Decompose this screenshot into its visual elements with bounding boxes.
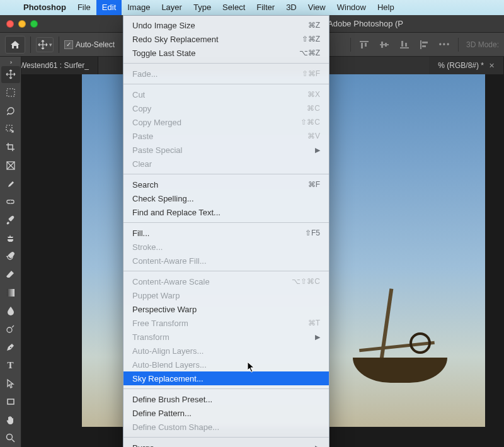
healing-brush-tool[interactable] <box>1 193 20 210</box>
align-vcenter-button[interactable] <box>376 38 392 52</box>
menu-item-check-spelling[interactable]: Check Spelling... <box>123 191 329 205</box>
window-close-button[interactable] <box>6 20 14 28</box>
brush-tool-icon <box>6 215 15 225</box>
menu-item-copy-merged: Copy Merged⇧⌘C <box>123 115 329 129</box>
menu-item-auto-blend-layers: Auto-Blend Layers... <box>123 358 329 371</box>
window-zoom-button[interactable] <box>30 20 38 28</box>
home-button[interactable] <box>5 36 25 54</box>
pen-tool[interactable] <box>1 339 20 356</box>
menu-item-find-and-replace-text[interactable]: Find and Replace Text... <box>123 205 329 219</box>
menubar-3d[interactable]: 3D <box>280 0 302 15</box>
menu-item-label: Define Pattern... <box>132 409 320 418</box>
eyedropper-tool[interactable] <box>1 175 20 192</box>
menu-separator <box>123 63 329 64</box>
align-bottom-button[interactable] <box>396 38 413 52</box>
menu-item-shortcut: ⌥⇧⌘C <box>292 277 320 286</box>
zoom-tool-icon <box>6 433 15 443</box>
clone-stamp-tool[interactable] <box>1 230 20 247</box>
menubar-view[interactable]: View <box>302 0 331 15</box>
menu-item-label: Content-Aware Fill... <box>132 256 320 266</box>
menu-item-label: Purge <box>132 443 315 448</box>
menubar-help[interactable]: Help <box>372 0 400 15</box>
gradient-tool[interactable] <box>1 284 20 301</box>
object-select-tool[interactable] <box>1 121 20 138</box>
blur-tool[interactable] <box>1 302 20 319</box>
menubar-file[interactable]: File <box>72 0 96 15</box>
menu-item-label: Undo Image Size <box>132 21 308 30</box>
menu-item-shortcut: ⇧⌘Z <box>302 35 320 43</box>
menu-item-search[interactable]: Search⌘F <box>123 178 329 191</box>
menu-item-clear: Clear <box>123 157 329 171</box>
menubar-app[interactable]: Photoshop <box>18 0 72 15</box>
document-tab-2[interactable]: % (RGB/8#) * ✕ <box>429 57 504 74</box>
ellipsis-icon: ••• <box>439 40 451 49</box>
menubar-edit[interactable]: Edit <box>96 0 122 15</box>
pen-tool-icon <box>6 342 15 352</box>
menu-item-redo-sky-replacement[interactable]: Redo Sky Replacement⇧⌘Z <box>123 32 329 46</box>
window-traffic-lights <box>0 20 38 28</box>
menu-item-label: Check Spelling... <box>132 194 320 203</box>
menu-item-label: Free Transform <box>132 319 308 328</box>
menubar-image[interactable]: Image <box>122 0 156 15</box>
rectangle-tool[interactable] <box>1 393 20 410</box>
menu-item-toggle-last-state[interactable]: Toggle Last State⌥⌘Z <box>123 46 329 60</box>
move-tool[interactable] <box>1 66 20 83</box>
menu-item-undo-image-size[interactable]: Undo Image Size⌘Z <box>123 18 329 32</box>
menu-item-cut: Cut⌘X <box>123 88 329 101</box>
menu-item-shortcut: ⌥⌘Z <box>299 48 320 57</box>
history-brush-tool[interactable] <box>1 248 20 265</box>
menu-item-auto-align-layers: Auto-Align Layers... <box>123 344 329 358</box>
hand-tool-icon <box>6 415 15 424</box>
menu-item-free-transform: Free Transform⌘T <box>123 316 329 330</box>
menubar-layer[interactable]: Layer <box>156 0 188 15</box>
menubar-filter[interactable]: Filter <box>251 0 280 15</box>
lasso-tool[interactable] <box>1 103 20 120</box>
blur-tool-icon <box>6 306 15 315</box>
eraser-tool[interactable] <box>1 266 20 283</box>
align-top-button[interactable] <box>356 38 372 52</box>
align-more-button[interactable]: ••• <box>437 38 453 52</box>
menu-item-label: Define Custom Shape... <box>132 422 320 432</box>
crop-tool[interactable] <box>1 139 20 156</box>
window-minimize-button[interactable] <box>18 20 26 28</box>
menubar-type[interactable]: Type <box>188 0 217 15</box>
path-select-tool[interactable] <box>1 375 20 392</box>
hand-tool[interactable] <box>1 411 20 428</box>
menu-item-label: Auto-Align Layers... <box>132 346 320 356</box>
align-left-button[interactable] <box>416 38 433 52</box>
close-icon[interactable]: ✕ <box>489 62 495 70</box>
menubar-window[interactable]: Window <box>331 0 372 15</box>
toolbox-collapse[interactable]: ›› <box>10 59 11 65</box>
menu-item-label: Copy Merged <box>132 118 301 127</box>
dodge-tool[interactable] <box>1 320 20 337</box>
history-brush-tool-icon <box>6 252 15 261</box>
marquee-tool[interactable] <box>1 84 20 101</box>
separator <box>59 37 59 53</box>
submenu-arrow-icon: ▶ <box>315 444 320 448</box>
menu-item-label: Define Brush Preset... <box>132 395 320 404</box>
menu-item-label: Stroke... <box>132 242 320 252</box>
menu-item-label: Paste Special <box>132 145 315 155</box>
menu-separator <box>123 388 329 389</box>
menu-item-shortcut: ⌘C <box>307 104 320 113</box>
tool-indicator[interactable]: ▾ <box>36 37 54 52</box>
menu-item-fill[interactable]: Fill...⇧F5 <box>123 226 329 240</box>
menubar-select[interactable]: Select <box>217 0 251 15</box>
menu-item-sky-replacement[interactable]: Sky Replacement... <box>123 371 329 385</box>
frame-tool[interactable] <box>1 157 20 174</box>
menu-item-shortcut: ⌘Z <box>308 21 320 30</box>
type-tool[interactable]: T <box>1 357 20 374</box>
brush-tool[interactable] <box>1 212 20 229</box>
menu-item-perspective-warp[interactable]: Perspective Warp <box>123 302 329 316</box>
menu-item-paste-special: Paste Special▶ <box>123 143 329 157</box>
menu-separator <box>123 222 329 223</box>
menu-item-define-pattern[interactable]: Define Pattern... <box>123 406 329 420</box>
menu-item-label: Sky Replacement... <box>132 374 320 383</box>
menu-item-purge[interactable]: Purge▶ <box>123 441 329 447</box>
menu-item-define-brush-preset[interactable]: Define Brush Preset... <box>123 392 329 406</box>
menu-item-label: Cut <box>132 90 307 99</box>
auto-select-checkbox[interactable]: ✓ Auto-Select <box>64 40 115 49</box>
zoom-tool[interactable] <box>1 429 20 446</box>
eyedropper-tool-icon <box>6 179 15 188</box>
menu-item-puppet-warp: Puppet Warp <box>123 288 329 302</box>
